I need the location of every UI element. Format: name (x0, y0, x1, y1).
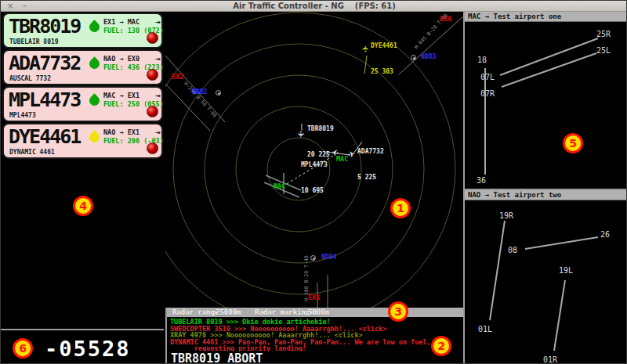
radar-airport-tag: MAC (336, 155, 348, 163)
flight-strip-list: TBR8019 EX1 → MAC →→ FUEL: 130 (072) TUB… (2, 13, 163, 160)
ndb-label: NDB4 (321, 254, 336, 261)
radar-display[interactable]: ✈ TBR8019 20 225 ✈ MPL4473 10 695 ✈ ADA7… (165, 12, 463, 308)
command-input-text: TBR8019 ABORT (171, 351, 263, 364)
runway-label: 08 (508, 246, 517, 254)
ndb-icon (411, 55, 416, 60)
runway-label: 19R (499, 211, 513, 220)
aircraft-data-tag: 10 695 (301, 186, 328, 195)
aircraft-label: ADA7732 5 225 (357, 130, 384, 199)
exit-info-text: H-180 B-20 T-40 (303, 255, 310, 301)
annotation-badge: 6 (13, 338, 33, 359)
annotation-badge: 2 (431, 336, 451, 356)
runway-label: 19L (559, 266, 573, 275)
radar-airport-tag: MAC (274, 182, 285, 190)
airport-one-header: MAC → Test airport one (465, 12, 627, 22)
airport-panel-two: NAO → Test airport two 19R260819L01L01R (465, 189, 627, 364)
strip-route: MAC → EX1 (103, 92, 140, 99)
flight-strip[interactable]: MPL4473 MAC → EX1 →→ FUEL: 250 (055) MPL… (2, 86, 163, 122)
aircraft-label: DYE4461 25 303 (371, 24, 397, 93)
flight-strip-panel: TBR8019 EX1 → MAC →→ FUEL: 130 (072) TUB… (1, 12, 165, 364)
airport-two-runway-lines (465, 200, 627, 364)
exit-label: EX2 (172, 73, 183, 81)
runway-label: 07R (480, 89, 495, 98)
fuel-drop-icon (87, 93, 101, 107)
app-window: × – Air Traffic Controller - NG (FPS: 61… (0, 0, 627, 364)
fast-forward-arrow-icon: →→ (155, 128, 158, 136)
title-bar: × – Air Traffic Controller - NG (FPS: 61… (1, 1, 627, 12)
window-title: Air Traffic Controller - NG (FPS: 61) (1, 2, 627, 10)
ndb-icon (310, 255, 316, 261)
score-value: -05528 (45, 337, 131, 361)
airport-panels-column: MAC → Test airport one 25R25L1807L07R36 … (463, 12, 627, 364)
strip-callsign: TBR8019 (9, 15, 80, 38)
strip-callsign: MPL4473 (9, 88, 80, 111)
airport-one-diagram: 25R25L1807L07R36 (465, 22, 627, 188)
strip-route: NAO → EX1 (103, 128, 140, 136)
exit-label: EX1 (308, 294, 320, 301)
message-log: TUBELAIR 8019 >>> Okie dokie artichokie!… (165, 317, 463, 351)
strip-callsign: DYE4461 (9, 125, 80, 148)
command-input[interactable]: TBR8019 ABORT (165, 351, 463, 364)
radar-range-bar: Radar range: 25000m Radar markings: 5000… (165, 308, 463, 317)
aircraft-callsign: MPL4473 (301, 160, 328, 169)
runway-label: 01L (478, 325, 492, 333)
ndb-label: NDB3 (421, 53, 436, 60)
strip-route: EX1 → MAC (103, 18, 140, 26)
strip-airline: TUBELAIR 8019 (9, 38, 59, 45)
runway-label: 07L (480, 73, 495, 81)
aircraft-callsign: TBR8019 (307, 124, 334, 133)
aircraft-icon: ✈ (361, 45, 370, 52)
strip-airline: AUSCAL 7732 (9, 75, 51, 82)
airport-two-diagram: 19R260819L01L01R (465, 200, 627, 364)
aircraft-data-tag: 25 303 (371, 67, 397, 76)
ndb-icon (216, 90, 221, 96)
fast-forward-arrow-icon: →→ (155, 92, 158, 99)
annotation-badge: 5 (563, 133, 583, 153)
radar-range-value: 25000m (216, 308, 241, 316)
fuel-drop-icon (87, 56, 101, 70)
radar-markings-value: 5000m (308, 308, 329, 316)
strip-callsign: ADA7732 (9, 52, 80, 74)
flight-strip[interactable]: ADA7732 NAO → EX0 →→ FUEL: 436 (223) AUS… (2, 49, 163, 85)
runway-label: 01R (543, 355, 557, 364)
fast-forward-arrow-icon: →→ (155, 18, 158, 26)
strip-led-indicator[interactable] (147, 142, 158, 154)
aircraft-callsign: DYE4461 (371, 41, 397, 50)
fuel-drop-icon (87, 130, 101, 144)
runway-label: 25L (596, 46, 611, 55)
flight-strip[interactable]: DYE4461 NAO → EX1 →→ FUEL: 206 (-03) DYN… (2, 123, 163, 159)
strip-led-indicator[interactable] (147, 32, 158, 44)
annotation-badge: 1 (390, 198, 411, 218)
airport-two-header: NAO → Test airport two (465, 190, 627, 200)
fast-forward-arrow-icon: →→ (155, 55, 158, 63)
flight-strip[interactable]: TBR8019 EX1 → MAC →→ FUEL: 130 (072) TUB… (2, 13, 163, 49)
runway-label: 25R (596, 30, 611, 38)
runway-label: 26 (600, 230, 610, 239)
aircraft-data-tag: 5 225 (357, 173, 384, 182)
aircraft-label: MPL4473 10 695 (301, 143, 328, 212)
strip-airline: DYNAMIC 4461 (9, 149, 55, 156)
annotation-badge: 3 (388, 301, 408, 322)
strip-led-indicator[interactable] (147, 106, 158, 117)
runway-label: 18 (477, 56, 487, 64)
airport-panel-one: MAC → Test airport one 25R25L1807L07R36 (465, 12, 627, 189)
strip-airline: MPL4473 (9, 112, 36, 119)
aircraft-icon: ✈ (296, 131, 305, 138)
runway-label: 36 (477, 176, 486, 185)
annotation-badge: 4 (73, 196, 93, 216)
aircraft-callsign: ADA7732 (357, 147, 384, 156)
dye-trail-line (364, 56, 367, 74)
strip-route: NAO → EX0 (103, 55, 140, 63)
strip-led-indicator[interactable] (147, 69, 158, 81)
fuel-drop-icon (87, 20, 101, 34)
